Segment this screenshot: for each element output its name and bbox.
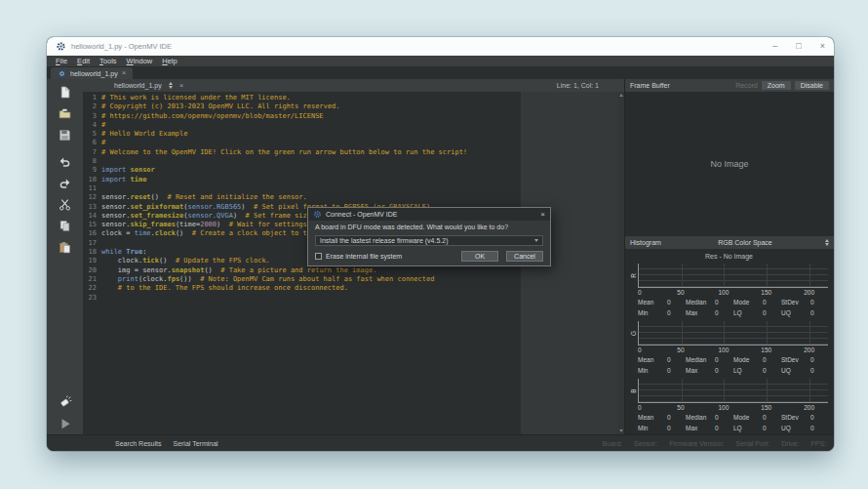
menu-item-tools[interactable]: Tools xyxy=(95,56,122,66)
firmware-action-select[interactable]: Install the lastest release firmware (v4… xyxy=(315,235,543,246)
channel-stats-row: Mean0Median0Mode0StDev0 xyxy=(638,297,829,307)
editor-tab[interactable]: helloworld_1.py × xyxy=(114,82,183,90)
code-text: 1# This work is licensed under the MIT l… xyxy=(83,92,624,303)
menu-item-help[interactable]: Help xyxy=(157,56,181,66)
doc-tab-close-icon[interactable]: × xyxy=(122,69,127,77)
code-line: 12sensor.reset() # Reset and initialize … xyxy=(83,193,624,202)
chart-x-axis: 050100150200 xyxy=(638,288,828,297)
dialog-title: Connect - OpenMV IDE xyxy=(326,211,398,218)
undo-icon xyxy=(59,155,71,168)
histogram-panel: Res - No Image R050100150200Mean0Median0… xyxy=(625,249,834,434)
chart-x-axis: 050100150200 xyxy=(638,403,828,412)
channel-axis-label: R xyxy=(629,264,638,288)
right-panel: Frame Buffer Record Zoom Disable No Imag… xyxy=(624,79,834,434)
connect-icon xyxy=(59,395,72,409)
frame-buffer-view: No Image xyxy=(625,92,834,236)
frame-buffer-header: Frame Buffer Record Zoom Disable xyxy=(625,79,834,92)
document-selector-icon[interactable] xyxy=(169,82,173,89)
channel-stats-row: Mean0Median0Mode0StDev0 xyxy=(638,412,829,423)
code-line: 7# Welcome to the OpenMV IDE! Click on t… xyxy=(83,148,624,157)
code-line: 3# https://github.com/openmv/openmv/blob… xyxy=(83,112,624,121)
maximize-button[interactable]: □ xyxy=(796,42,801,51)
cut-button[interactable] xyxy=(55,193,76,215)
paste-button[interactable] xyxy=(55,236,76,258)
redo-button[interactable] xyxy=(55,172,76,193)
tab-serial-terminal[interactable]: Serial Terminal xyxy=(173,440,217,447)
channel-chart xyxy=(638,321,828,346)
histogram-channel-r: R050100150200Mean0Median0Mode0StDev0Min0… xyxy=(629,264,829,318)
new-file-button[interactable] xyxy=(55,81,76,102)
resolution-label: Res - No Image xyxy=(629,253,829,260)
histogram-header: Histogram RGB Color Space xyxy=(625,236,834,249)
open-file-button[interactable] xyxy=(55,102,76,124)
histogram-channel-g: G050100150200Mean0Median0Mode0StDev0Min0… xyxy=(629,321,829,376)
chart-x-axis: 050100150200 xyxy=(638,346,828,354)
cancel-button[interactable]: Cancel xyxy=(506,251,543,262)
code-line: 4# xyxy=(83,121,624,130)
ok-button[interactable]: OK xyxy=(461,251,498,262)
dfu-message: A board in DFU mode was detected. What w… xyxy=(315,224,543,230)
editor-tab-close-icon[interactable]: × xyxy=(179,82,184,90)
record-button[interactable]: Record xyxy=(735,82,758,89)
file-icon xyxy=(58,69,66,78)
firmware-action-value: Install the lastest release firmware (v4… xyxy=(320,237,449,244)
dialog-close-icon[interactable]: × xyxy=(540,210,545,219)
dropdown-arrow-icon xyxy=(534,239,538,242)
window-title: helloworld_1.py - OpenMV IDE xyxy=(71,42,172,51)
redo-icon xyxy=(59,177,71,189)
save-file-button[interactable] xyxy=(55,124,76,145)
combo-arrows-icon xyxy=(825,239,829,246)
paste-icon xyxy=(59,241,71,254)
channel-chart xyxy=(638,379,828,403)
channel-stats-row: Min0Max0LQ0UQ0 xyxy=(638,307,829,318)
erase-filesystem-label: Erase internal file system xyxy=(326,253,402,260)
disable-button[interactable]: Disable xyxy=(795,81,829,90)
menu-item-edit[interactable]: Edit xyxy=(72,56,95,66)
connect-button[interactable] xyxy=(55,391,76,413)
status-bar: Board:Sensor:Firmware Version:Serial Por… xyxy=(602,440,826,447)
code-line: 11 xyxy=(83,184,624,193)
play-icon xyxy=(59,417,72,430)
open-folder-icon xyxy=(59,107,71,120)
zoom-button[interactable]: Zoom xyxy=(762,81,791,90)
code-line: 8 xyxy=(83,157,624,166)
openmv-logo-icon xyxy=(313,210,322,219)
status-field: FPS: xyxy=(810,440,826,447)
doc-tab-label: helloworld_1.py xyxy=(70,70,118,77)
erase-filesystem-checkbox[interactable] xyxy=(315,253,322,260)
channel-stats-row: Mean0Median0Mode0StDev0 xyxy=(638,354,829,365)
status-field: Serial Port: xyxy=(736,440,770,447)
scroll-down-icon[interactable] xyxy=(619,429,623,432)
color-space-select[interactable]: RGB Color Space xyxy=(665,239,829,246)
status-field: Drive: xyxy=(781,440,799,447)
minimize-button[interactable]: – xyxy=(772,42,777,51)
new-file-icon xyxy=(59,86,71,99)
histogram-channel-b: B050100150200Mean0Median0Mode0StDev0Min0… xyxy=(629,379,829,433)
channel-stats-row: Min0Max0LQ0UQ0 xyxy=(638,365,829,376)
code-line: 1# This work is licensed under the MIT l… xyxy=(83,94,624,102)
code-line: 10import time xyxy=(83,176,624,184)
code-line: 5# Hello World Example xyxy=(83,130,624,139)
status-field: Firmware Version: xyxy=(669,440,724,447)
title-bar: helloworld_1.py - OpenMV IDE – □ × xyxy=(47,37,834,56)
no-image-placeholder: No Image xyxy=(710,159,748,169)
menu-item-window[interactable]: Window xyxy=(122,56,158,66)
close-button[interactable]: × xyxy=(820,42,825,51)
copy-icon xyxy=(59,220,71,232)
start-script-button[interactable] xyxy=(55,413,76,434)
code-line: 2# Copyright (c) 2013-2023 OpenMV LLC. A… xyxy=(83,102,624,111)
document-tab-bar: helloworld_1.py × xyxy=(47,66,834,79)
color-space-value: RGB Color Space xyxy=(665,239,825,246)
undo-button[interactable] xyxy=(55,150,76,172)
doc-tab-helloworld[interactable]: helloworld_1.py × xyxy=(51,67,133,79)
tab-search-results[interactable]: Search Results xyxy=(115,440,161,447)
bottom-bar: Search Results Serial Terminal Board:Sen… xyxy=(47,434,834,451)
menu-item-file[interactable]: File xyxy=(51,56,72,66)
editor-tab-label: helloworld_1.py xyxy=(114,82,162,89)
code-line: 22 # to the IDE. The FPS should increase… xyxy=(83,284,624,293)
copy-button[interactable] xyxy=(55,215,76,236)
cut-icon xyxy=(59,198,71,211)
channel-chart xyxy=(638,264,828,288)
save-icon xyxy=(59,129,71,142)
code-line: 21 print(clock.fps()) # Note: OpenMV Cam… xyxy=(83,275,624,284)
